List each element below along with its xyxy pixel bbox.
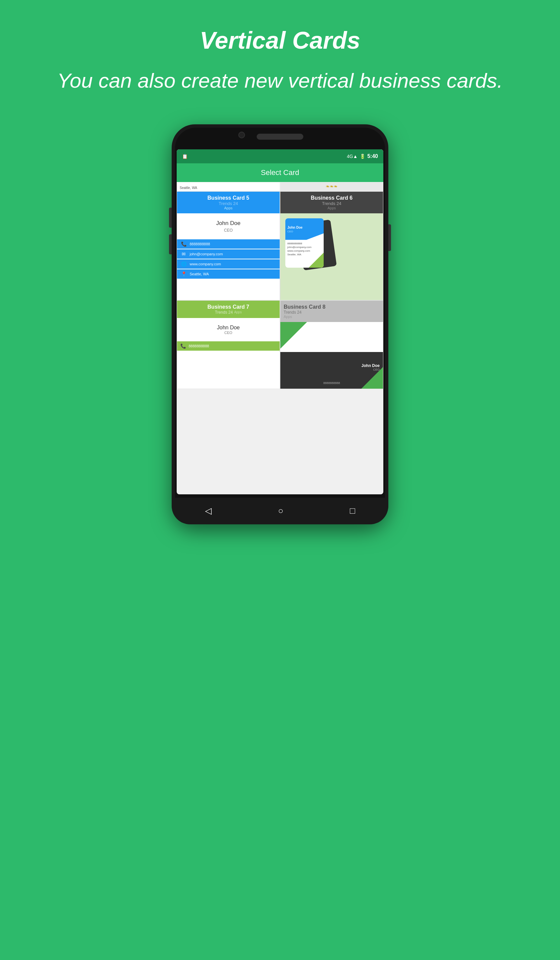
card8-title: Business Card 8 <box>284 304 380 310</box>
card7-body: John Doe CEO <box>177 318 280 338</box>
partial-top-row: Seattle, WA ❧❧❧ <box>177 182 383 191</box>
card5-apps: Apps <box>180 206 276 210</box>
status-left-icon: 📋 <box>182 154 188 159</box>
time-display: 5:40 <box>367 153 378 159</box>
card5-location-row: 📍 Seattle, WA <box>177 269 280 279</box>
card7-phone-row: 📞 8888888888 <box>177 341 280 350</box>
network-indicator: 4G▲ <box>347 154 358 159</box>
vol-button-2 <box>169 234 172 254</box>
card6-apps: Apps <box>284 206 380 210</box>
card8-name-area: John Doe CEO <box>361 363 380 371</box>
partial-card-right: ❧❧❧ <box>280 182 383 191</box>
page-title: Vertical Cards <box>200 27 360 54</box>
card8-subtitle: Trends 24 <box>284 310 380 315</box>
card6-item[interactable]: Business Card 6 Trends 24 Apps John Doe … <box>280 192 383 300</box>
card7-phone-icon: 📞 <box>180 343 186 349</box>
web-icon: 🌐 <box>180 261 187 267</box>
card5-body: John Doe CEO <box>177 213 280 236</box>
card7-contacts: 📞 8888888888 <box>177 341 280 350</box>
card8-position: CEO <box>361 368 380 371</box>
app-bar-title: Select Card <box>261 168 299 177</box>
back-button[interactable]: ◁ <box>205 506 212 516</box>
card8-body: John Doe CEO 8888888888 <box>280 322 383 389</box>
card6-title: Business Card 6 <box>284 195 380 201</box>
card7-title: Business Card 7 <box>180 304 276 310</box>
camera <box>238 132 245 138</box>
card5-phone-row: 📞 8888888888 <box>177 239 280 249</box>
recent-button[interactable]: □ <box>350 506 355 516</box>
partial-text: Seattle, WA <box>180 186 197 190</box>
speaker <box>257 134 303 140</box>
card8-item[interactable]: Business Card 8 Trends 24 Apps John Doe … <box>280 301 383 389</box>
screen: 📋 4G▲ 🔋 5:40 Select Card Seattle, WA ❧❧❧ <box>177 149 383 494</box>
app-bar: Select Card <box>177 163 383 182</box>
card7-subtitle-text: Trends 24 <box>215 310 233 315</box>
card5-web-row: 🌐 www.company.com <box>177 259 280 269</box>
card5-email-text: john@company.com <box>190 252 223 256</box>
page-subtitle: You can also create new vertical busines… <box>17 67 542 94</box>
card5-phone-text: 8888888888 <box>190 242 210 246</box>
bottom-nav: ◁ ○ □ <box>172 498 388 524</box>
card7-name: John Doe <box>180 325 276 331</box>
card8-green-triangle <box>280 322 307 349</box>
status-bar: 📋 4G▲ 🔋 5:40 <box>177 149 383 163</box>
phone-wrapper: 📋 4G▲ 🔋 5:40 Select Card Seattle, WA ❧❧❧ <box>172 124 388 524</box>
card5-header: Business Card 5 Trends 24 Apps <box>177 192 280 213</box>
card5-web-text: www.company.com <box>190 262 221 266</box>
card5-email-row: ✉ john@company.com <box>177 249 280 259</box>
card5-name: John Doe <box>180 220 276 227</box>
cards-grid[interactable]: Business Card 5 Trends 24 Apps John Doe … <box>177 191 383 389</box>
card7-subtitle-row: Trends 24 Apps <box>180 310 276 315</box>
card8-phone: 8888888888 <box>280 381 383 385</box>
card6-header: Business Card 6 Trends 24 Apps <box>280 192 383 213</box>
card5-contacts: 📞 8888888888 ✉ john@company.com 🌐 www.co… <box>177 239 280 279</box>
home-button[interactable]: ○ <box>278 506 283 516</box>
card6-subtitle: Trends 24 <box>284 201 380 206</box>
card7-apps-text: Apps <box>234 310 242 314</box>
card8-apps: Apps <box>284 315 380 318</box>
card5-subtitle: Trends 24 <box>180 201 276 206</box>
card7-header: Business Card 7 Trends 24 Apps <box>177 301 280 318</box>
phone-outer: 📋 4G▲ 🔋 5:40 Select Card Seattle, WA ❧❧❧ <box>172 124 388 524</box>
card7-item[interactable]: Business Card 7 Trends 24 Apps John Doe … <box>177 301 280 389</box>
card8-header: Business Card 8 Trends 24 Apps <box>280 301 383 322</box>
card8-name: John Doe <box>361 363 380 368</box>
battery-indicator: 🔋 <box>360 154 365 159</box>
phone-icon: 📞 <box>180 242 187 247</box>
side-button <box>388 224 391 251</box>
card5-position: CEO <box>180 228 276 233</box>
card6-body: John Doe CEO 8888888888 john@company.com… <box>280 213 383 300</box>
vol-button-1 <box>169 208 172 228</box>
card6-front-card: John Doe CEO 8888888888 john@company.com… <box>285 218 324 268</box>
card5-location-text: Seattle, WA <box>190 272 209 276</box>
ornament: ❧❧❧ <box>280 182 383 190</box>
card5-item[interactable]: Business Card 5 Trends 24 Apps John Doe … <box>177 192 280 300</box>
location-icon: 📍 <box>180 271 187 277</box>
card7-phone-text: 8888888888 <box>189 344 209 348</box>
partial-card-left: Seattle, WA <box>177 182 280 191</box>
card7-position: CEO <box>180 331 276 334</box>
status-right-area: 4G▲ 🔋 5:40 <box>347 153 378 159</box>
card5-title: Business Card 5 <box>180 195 276 201</box>
email-icon: ✉ <box>180 251 187 257</box>
